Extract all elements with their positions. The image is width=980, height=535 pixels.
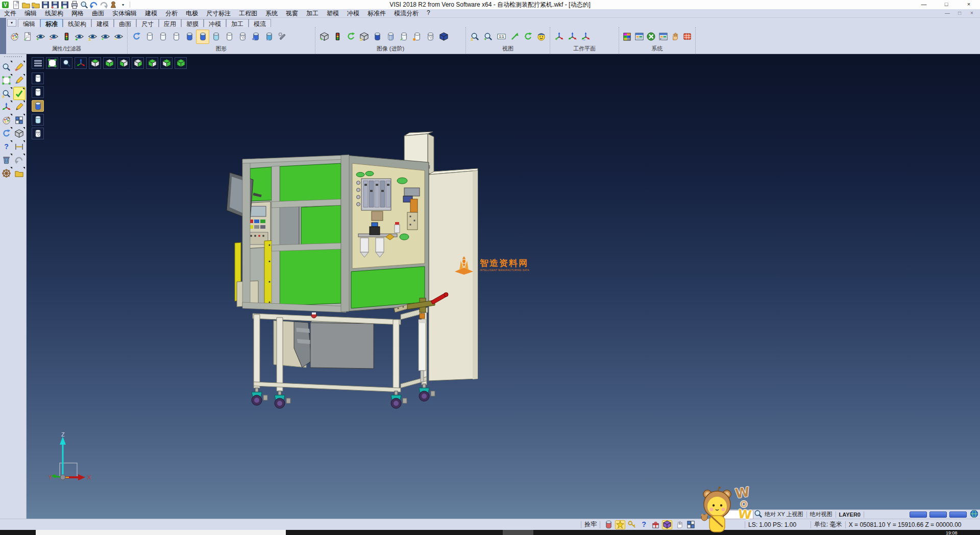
wireframe-cylinder-icon[interactable] [143, 30, 156, 44]
zoom-in-out-icon[interactable]: ± [468, 30, 481, 44]
menu-item[interactable]: 网格 [67, 9, 88, 18]
snap-key-icon[interactable] [627, 520, 637, 529]
toolbar-tab[interactable]: 塑膜 [181, 19, 204, 27]
attributes-icon[interactable] [1, 113, 13, 127]
snap-solid-icon[interactable] [662, 520, 672, 529]
shaded-cylinder-icon[interactable] [183, 30, 196, 44]
hidden-line-cylinder-icon[interactable] [156, 30, 169, 44]
navy-cube-icon[interactable] [437, 30, 450, 44]
menu-item[interactable]: 加工 [302, 9, 323, 18]
help-icon[interactable]: ? [1, 140, 13, 153]
workplane-align-icon[interactable]: → [579, 30, 592, 44]
show-add-icon[interactable]: + [34, 30, 47, 44]
search-icon[interactable] [753, 509, 763, 520]
active-layer-label[interactable]: LAYER0 [839, 512, 861, 518]
striped-view-icon[interactable] [384, 30, 397, 44]
menu-item[interactable]: 文件 [0, 9, 20, 18]
minimize-button[interactable]: — [913, 0, 935, 9]
menu-item[interactable]: 电极 [182, 9, 202, 18]
window-select-icon[interactable] [13, 113, 26, 127]
mdi-close-button[interactable]: × [966, 9, 978, 18]
menu-item[interactable]: 分析 [161, 9, 182, 18]
zoom-extents-icon[interactable] [508, 30, 521, 44]
transparent-cylinder-icon[interactable] [209, 30, 223, 44]
modify-attributes-icon[interactable] [8, 30, 21, 44]
section-view-icon[interactable]: ■ [410, 30, 424, 44]
toolbar-tab[interactable]: 尺寸 [136, 19, 159, 27]
toolbar-tab[interactable]: 建模 [91, 19, 114, 27]
hide-remove-icon[interactable]: − [47, 30, 60, 44]
taskbar-app-segment[interactable] [36, 530, 286, 535]
open-part-icon[interactable] [13, 166, 26, 180]
system-settings-icon[interactable] [633, 30, 646, 44]
display-ghost-icon[interactable] [32, 86, 44, 98]
progress-segment[interactable] [949, 512, 967, 518]
zoom-dynamic-icon[interactable] [1, 60, 13, 74]
new-image-icon[interactable]: + [317, 30, 331, 44]
lock-label[interactable]: 拴牢 [584, 520, 597, 529]
display-transparent-icon[interactable] [32, 114, 44, 126]
filters-icon[interactable] [60, 30, 73, 44]
render-smiley-icon[interactable] [534, 30, 548, 44]
zoom-window-icon[interactable]: ± [1, 87, 13, 100]
hide-all-icon[interactable]: − [112, 30, 125, 44]
menu-item[interactable]: 编辑 [20, 9, 41, 18]
toolbar-grip[interactable] [4, 56, 22, 59]
snap-grid-icon[interactable] [603, 520, 614, 529]
view-front-icon[interactable] [146, 57, 158, 69]
origin-axis-icon[interactable] [75, 57, 87, 69]
menu-item[interactable]: 视窗 [282, 9, 302, 18]
close-button[interactable]: × [958, 0, 980, 9]
regen-view-icon[interactable] [1, 127, 13, 140]
toolbar-tab[interactable]: 冲模 [204, 19, 226, 27]
image-filter-icon[interactable] [331, 30, 344, 44]
sketch-icon[interactable] [13, 100, 26, 113]
solid-view-icon[interactable] [371, 30, 384, 44]
layout-window-icon[interactable] [685, 520, 696, 529]
snap-glove-icon[interactable] [674, 520, 684, 529]
image-toggle-icon[interactable]: ± [357, 30, 371, 44]
display-tools-icon[interactable] [276, 30, 289, 44]
solid-box-icon[interactable] [13, 127, 26, 140]
view-reference-label[interactable]: 绝对 XY 上视图 [765, 510, 803, 518]
viewport-3d[interactable]: 智造资料网 INTELLIGENT MANUFACTURING DATA Z X… [27, 54, 980, 519]
quick-search-box[interactable]: A [717, 510, 753, 519]
world-icon[interactable] [969, 509, 978, 520]
regen-icon[interactable] [130, 30, 143, 44]
mdi-minimize-button[interactable]: — [941, 9, 953, 18]
view-mode-label[interactable]: 绝对视图 [810, 510, 832, 518]
hatch-cylinder-icon[interactable] [236, 30, 249, 44]
context-help-icon[interactable]: ? [639, 520, 649, 529]
zoom-box-icon[interactable] [60, 57, 72, 69]
menu-item[interactable]: 系统 [261, 9, 282, 18]
snap-package-icon[interactable] [650, 520, 660, 529]
toolbar-tab[interactable]: 线架构 [63, 19, 91, 27]
zoom-one-to-one-icon[interactable]: 1:1 [495, 30, 508, 44]
erase-sketch-icon[interactable]: × [13, 60, 26, 74]
delete-icon[interactable] [1, 153, 13, 166]
view-back-icon[interactable] [160, 57, 173, 69]
refresh-visibility-icon[interactable]: ● [73, 30, 86, 44]
flat-cylinder-icon[interactable] [223, 30, 236, 44]
menu-item[interactable]: 尺寸标注 [202, 9, 235, 18]
copy-attributes-icon[interactable]: ✓ [21, 30, 34, 44]
workplane-view-icon[interactable] [566, 30, 579, 44]
menu-item[interactable]: 曲面 [88, 9, 108, 18]
color-table-icon[interactable] [621, 30, 633, 44]
menu-item[interactable]: 标准件 [363, 9, 390, 18]
dynamic-view-icon[interactable] [1, 100, 13, 113]
toolbar-tab[interactable]: 曲面 [114, 19, 136, 27]
machine-model[interactable] [225, 129, 493, 486]
display-wire-icon[interactable] [32, 72, 44, 84]
confirm-icon[interactable] [13, 87, 26, 100]
fit-view-icon[interactable] [1, 74, 13, 87]
taskbar-button[interactable] [503, 530, 533, 535]
navigation-wheel-icon[interactable] [1, 166, 13, 180]
progress-segment[interactable] [929, 512, 947, 518]
menu-item[interactable]: 工程图 [235, 9, 261, 18]
curve-edit-icon[interactable]: ~ [13, 74, 26, 87]
view-iso-icon[interactable] [175, 57, 187, 69]
menu-item[interactable]: ? [423, 9, 434, 18]
grid-settings-icon[interactable] [681, 30, 694, 44]
progress-segment[interactable] [910, 512, 927, 518]
